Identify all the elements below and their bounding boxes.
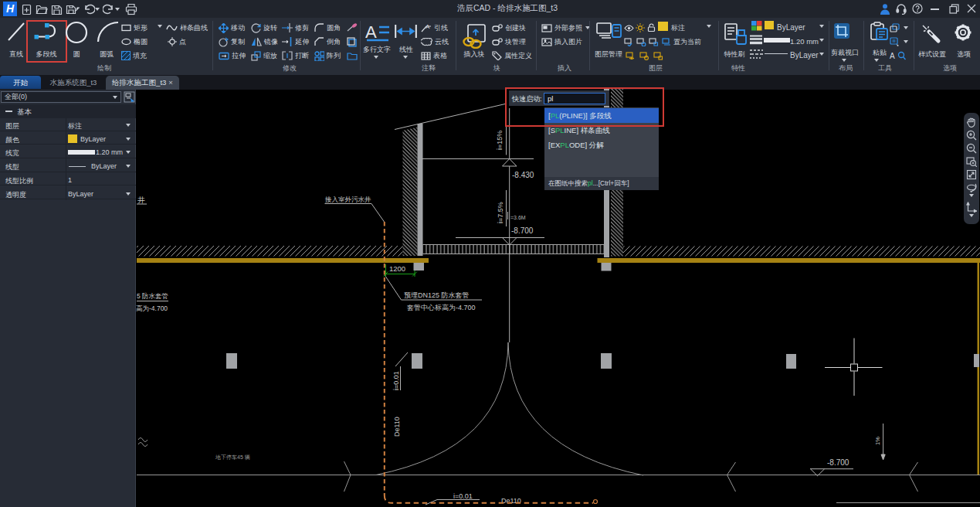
svg-text:i=15%: i=15% [496,131,504,150]
svg-text:-8.700: -8.700 [827,458,849,467]
svg-text:接入室外污水井: 接入室外污水井 [324,196,371,203]
svg-text:De110: De110 [393,417,401,437]
svg-text:A: A [365,23,377,42]
svg-text:A: A [426,23,430,30]
svg-text:地下停车45 辆: 地下停车45 辆 [215,454,250,461]
svg-text:=3.6M: =3.6M [510,215,526,220]
svg-text:-8.430: -8.430 [512,171,534,179]
svg-text:i=0.01: i=0.01 [392,371,400,390]
svg-text:-8.700: -8.700 [511,226,534,235]
svg-text:1200: 1200 [389,264,405,273]
svg-text:i=7.5%: i=7.5% [497,202,504,223]
svg-text:井: 井 [137,196,145,204]
svg-text:套管中心标高为-4.700: 套管中心标高为-4.700 [407,304,476,311]
svg-text:5 防水套管: 5 防水套管 [137,292,168,300]
svg-text:1%: 1% [874,437,881,445]
svg-text:预埋DN125 防水套管: 预埋DN125 防水套管 [404,291,470,299]
svg-text:高为-4.700: 高为-4.700 [136,305,168,312]
svg-text:i=0.01: i=0.01 [453,492,473,500]
